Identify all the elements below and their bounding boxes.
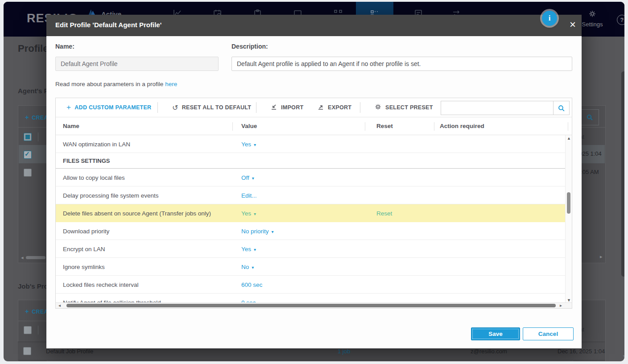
param-value-text: No	[241, 263, 249, 270]
import-icon	[270, 103, 277, 112]
param-value-link[interactable]: 600 sec	[241, 281, 262, 288]
params-horizontal-scrollbar[interactable]: ◂ ▸	[56, 302, 572, 308]
parameters-table-header: Name Value Reset Action required	[56, 117, 572, 135]
param-name: Delete files absent on source Agent (Tra…	[63, 210, 211, 216]
param-row: Locked files recheck interval600 sec	[56, 276, 566, 294]
param-row: Notify Agent of file collision threshold…	[56, 294, 566, 303]
hscroll-right-icon[interactable]: ▸	[600, 254, 603, 260]
export-icon	[317, 103, 324, 112]
parameter-search-button[interactable]	[553, 101, 570, 115]
cancel-button[interactable]: Cancel	[523, 327, 574, 340]
name-input[interactable]: Default Agent Profile	[55, 57, 219, 71]
param-row: Delay processing file system eventsEdit.…	[56, 186, 566, 204]
param-value-link[interactable]: Yes▾	[241, 245, 256, 252]
col-value: Value	[241, 123, 257, 129]
jobs-select-all-checkbox[interactable]	[24, 326, 32, 334]
hscroll-left-icon[interactable]: ◂	[21, 255, 24, 261]
col-action: Action required	[440, 123, 484, 129]
param-value-text: Edit...	[241, 192, 257, 199]
search-icon	[586, 114, 593, 121]
app-window: RESILIO Active	[4, 2, 624, 361]
param-name: Locked files recheck interval	[63, 281, 139, 288]
name-label: Name:	[55, 43, 74, 50]
chevron-down-icon: ▾	[252, 175, 254, 180]
import-button[interactable]: IMPORT	[270, 98, 303, 117]
add-custom-parameter-button[interactable]: +ADD CUSTOM PARAMETER	[66, 98, 151, 117]
readmore-text: Read more about parameters in a profile …	[55, 81, 177, 87]
edit-profile-modal: Edit Profile 'Default Agent Profile' × i…	[46, 15, 582, 348]
save-button[interactable]: Save	[471, 327, 520, 340]
plus-icon: +	[25, 307, 29, 315]
reset-all-button[interactable]: ↺RESET ALL TO DEFAULT	[172, 98, 251, 117]
scroll-right-icon[interactable]: ▸	[560, 303, 562, 308]
scroll-down-icon[interactable]: ▼	[567, 298, 571, 302]
param-row: Allow to copy local filesOff▾	[56, 169, 566, 186]
close-icon[interactable]: ×	[566, 19, 579, 31]
param-value-link[interactable]: Yes▾	[241, 210, 256, 216]
param-name: Encrypt on LAN	[63, 245, 105, 252]
vscroll-thumb[interactable]	[567, 192, 570, 214]
col-reset: Reset	[376, 123, 393, 129]
param-row: Encrypt on LANYes▾	[56, 240, 566, 258]
info-icon[interactable]: i	[542, 11, 557, 26]
gear-icon	[588, 12, 596, 19]
param-row: Download priorityNo priority▾	[56, 222, 566, 240]
description-input[interactable]: Default Agent profile is applied to an A…	[231, 57, 572, 71]
plus-icon: +	[25, 113, 29, 121]
param-row: WAN optimization in LANYes▾	[56, 135, 566, 153]
chevron-down-icon: ▾	[254, 211, 256, 216]
hscroll-thumb[interactable]	[66, 304, 556, 307]
gear-icon	[374, 103, 382, 112]
param-value-link[interactable]: Edit...	[241, 192, 257, 199]
plus-icon: +	[66, 103, 71, 112]
section-title: FILES SETTINGS	[63, 157, 110, 164]
col-name: Name	[63, 123, 79, 129]
help-icon[interactable]: ?	[617, 15, 624, 25]
description-label: Description:	[231, 43, 268, 50]
chevron-down-icon: ▾	[252, 265, 254, 269]
parameters-panel: +ADD CUSTOM PARAMETER ↺RESET ALL TO DEFA…	[55, 98, 572, 309]
param-name: Allow to copy local files	[63, 174, 125, 181]
parameters-toolbar: +ADD CUSTOM PARAMETER ↺RESET ALL TO DEFA…	[56, 98, 572, 117]
readmore-link[interactable]: here	[165, 81, 177, 87]
section-row: FILES SETTINGS	[56, 153, 566, 169]
param-value-text: Off	[241, 174, 249, 181]
search-icon	[558, 104, 565, 112]
chevron-down-icon: ▾	[254, 247, 256, 252]
row-checkbox[interactable]	[24, 169, 32, 177]
chevron-down-icon: ▾	[254, 142, 256, 147]
job-count-link[interactable]: 1 job	[338, 348, 350, 355]
param-value-text: 600 sec	[241, 281, 262, 288]
search-button[interactable]	[580, 109, 599, 125]
param-value-link[interactable]: No▾	[241, 263, 254, 270]
param-value-text: Yes	[241, 141, 251, 147]
job-owner: z@resilio.com	[471, 348, 507, 355]
param-value-link[interactable]: Off▾	[241, 174, 254, 181]
param-value-text: Yes	[241, 210, 251, 216]
select-preset-button[interactable]: SELECT PRESET	[374, 98, 433, 117]
param-value-text: No priority	[241, 228, 269, 234]
params-vertical-scrollbar[interactable]: ▲ ▼	[565, 135, 572, 303]
modal-title: Edit Profile 'Default Agent Profile'	[55, 21, 161, 29]
parameter-search-input[interactable]	[441, 101, 554, 115]
param-value-link[interactable]: No priority▾	[241, 228, 274, 234]
export-button[interactable]: EXPORT	[317, 98, 351, 117]
page-scroll-down-icon[interactable]: ▼	[622, 353, 624, 360]
param-name: Delay processing file system events	[63, 192, 159, 199]
chevron-down-icon: ▾	[272, 229, 274, 234]
scroll-up-icon[interactable]: ▲	[567, 136, 571, 141]
select-all-checkbox[interactable]	[24, 133, 32, 141]
page-scrollbar-thumb[interactable]	[621, 71, 624, 277]
param-row: Delete files absent on source Agent (Tra…	[56, 204, 566, 222]
row-checkbox-checked[interactable]: ✓	[24, 151, 32, 159]
reset-icon: ↺	[172, 103, 178, 112]
modal-header: Edit Profile 'Default Agent Profile' ×	[46, 15, 582, 36]
param-name: WAN optimization in LAN	[63, 141, 130, 147]
param-value-link[interactable]: Yes▾	[241, 141, 256, 147]
job-date: Dec 16, 2025 1:04	[558, 348, 605, 355]
scroll-left-icon[interactable]: ◂	[58, 303, 61, 308]
reset-link[interactable]: Reset	[376, 210, 392, 216]
param-name: Download priority	[63, 228, 109, 234]
param-name: Ignore symlinks	[63, 263, 105, 270]
jobs-row-checkbox[interactable]	[23, 347, 31, 355]
